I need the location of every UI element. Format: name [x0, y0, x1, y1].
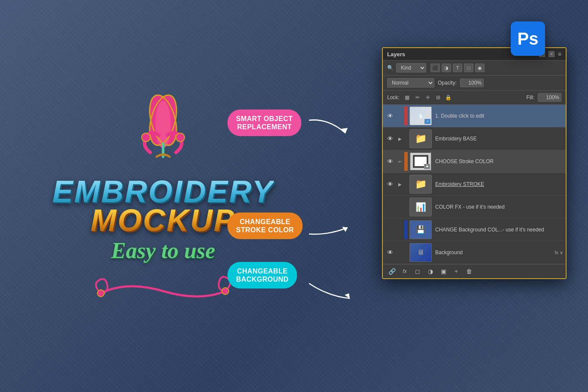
layer-visibility-embroidery-stroke[interactable]: 👁 [385, 181, 395, 188]
layer-name-bg-change: CHANGE Background COL...- use if it's ne… [435, 227, 563, 233]
artwork-area: EMBROIDERY MOCKUP Easy to use [0, 0, 326, 392]
lock-row: Lock: ▦ ✏ ✛ ⊞ 🔒 Fill: [383, 91, 566, 105]
kind-filter-icons: ⬛ ◑ T □ ◉ [430, 64, 485, 72]
layers-panel: Layers — ✕ ≡ 🔍 Kind ⬛ ◑ T □ ◉ Normal Opa… [382, 47, 567, 279]
svg-point-2 [155, 101, 171, 148]
panel-bottom-toolbar: 🔗 fx ◻ ◑ ▣ ＋ 🗑 [383, 264, 566, 278]
layer-item-stroke-color[interactable]: 👁 ↩ 💾 CHOOSE Stroke COLOR [383, 150, 566, 173]
svg-point-6 [176, 133, 185, 142]
lock-pixels-btn[interactable]: ▦ [403, 94, 412, 101]
eye-icon: 👁 [387, 112, 393, 119]
svg-point-8 [97, 290, 104, 297]
lock-draw-btn[interactable]: ✏ [413, 94, 422, 101]
emblem-flower [124, 86, 202, 172]
layer-visibility-color-fx[interactable]: 👁 [385, 204, 395, 210]
kind-pixel-icon[interactable]: ⬛ [430, 64, 440, 72]
layer-color-background [404, 243, 408, 262]
eye-icon: 👁 [387, 135, 393, 142]
layer-color-fx [404, 198, 408, 216]
layer-thumb-embroidery: 📁 [409, 175, 432, 194]
add-style-btn[interactable]: fx [400, 267, 409, 276]
layer-name-color-fx: COLOR FX - use if it's needed [435, 204, 563, 210]
layer-color-bg-change [404, 220, 408, 239]
eye-icon: 👁 [387, 181, 393, 188]
fill-input[interactable] [538, 93, 561, 102]
layer-item-smart[interactable]: 👁 📄 ↗ 1. Double click to edit [383, 105, 566, 128]
eye-icon-hidden: 👁 [387, 204, 393, 210]
layer-fx-background: fx ∨ [555, 250, 563, 255]
link-layers-btn[interactable]: 🔗 [387, 267, 397, 276]
layer-thumb-fx: 📊 [409, 198, 432, 216]
layer-color-stroke [404, 152, 408, 171]
layer-item-base[interactable]: 👁 ▶ 📁 Embroidery BASE [383, 128, 566, 150]
callout-smart-object: SMART OBJECT REPLACEMENT [227, 109, 301, 136]
lock-label: Lock: [387, 94, 400, 100]
blend-mode-select[interactable]: Normal [387, 78, 434, 88]
opacity-label: Opacity: [438, 80, 457, 86]
kind-shape-icon[interactable]: □ [464, 64, 473, 72]
swirl-decoration [88, 272, 238, 306]
layer-name-smart: 1. Double click to edit [435, 113, 563, 119]
kind-adjustment-icon[interactable]: ◑ [442, 64, 451, 72]
layer-thumb-base: 📁 [409, 129, 432, 148]
new-layer-btn[interactable]: ＋ [452, 267, 461, 276]
layer-item-background[interactable]: 👁 🖥 Background fx ∨ [383, 241, 566, 264]
layer-name-embroidery-stroke: Embroidery STROKE [435, 181, 563, 187]
kind-type-icon[interactable]: T [453, 64, 462, 72]
layer-item-color-fx[interactable]: 👁 📊 COLOR FX - use if it's needed [383, 196, 566, 219]
fill-label: Fill: [526, 94, 534, 100]
search-icon: 🔍 [387, 65, 394, 71]
layer-item-embroidery-stroke[interactable]: 👁 ▶ 📁 Embroidery STROKE [383, 173, 566, 196]
add-mask-btn[interactable]: ◻ [413, 267, 422, 276]
layer-visibility-smart[interactable]: 👁 [385, 112, 395, 119]
panel-close-btn[interactable]: ✕ [549, 51, 555, 57]
bottom-icons: 🔗 fx ◻ ◑ ▣ ＋ 🗑 [387, 267, 474, 276]
layer-color-smart [404, 106, 408, 125]
lock-all-btn[interactable]: 🔒 [444, 94, 453, 101]
layer-thumb-bg-change: 💾 [409, 220, 432, 239]
lock-icons: ▦ ✏ ✛ ⊞ 🔒 [403, 94, 453, 101]
eye-icon-hidden2: 👁 [387, 226, 393, 233]
kind-row: 🔍 Kind ⬛ ◑ T □ ◉ [383, 61, 566, 76]
ps-app-icon: Ps [511, 21, 545, 56]
blend-mode-row: Normal Opacity: [383, 76, 566, 91]
svg-point-5 [142, 133, 150, 142]
layer-expand-base[interactable]: ▶ [397, 137, 403, 141]
group-layers-btn[interactable]: ▣ [439, 267, 448, 276]
layers-list: 👁 📄 ↗ 1. Double click to edit 👁 ▶ 📁 Embr [383, 105, 566, 264]
delete-layer-btn[interactable]: 🗑 [464, 267, 474, 276]
layer-visibility-base[interactable]: 👁 [385, 135, 395, 142]
layer-color-embroidery [404, 175, 408, 194]
layer-name-stroke-color: CHOOSE Stroke COLOR [435, 158, 563, 164]
callout-stroke-color: CHANGEABLESTROKE COLOR [227, 213, 303, 239]
callout-background: CHANGEABLEBACKGROUND [227, 262, 297, 289]
layer-item-bg-change[interactable]: 👁 💾 CHANGE Background COL...- use if it'… [383, 219, 566, 241]
lock-artboard-btn[interactable]: ⊞ [434, 94, 443, 101]
opacity-input[interactable] [460, 79, 484, 87]
layer-name-base: Embroidery BASE [435, 136, 563, 142]
layer-expand-stroke: ↩ [397, 159, 403, 164]
layer-thumb-background: 🖥 [409, 243, 432, 262]
lock-move-btn[interactable]: ✛ [424, 94, 432, 101]
panel-menu-icon[interactable]: ≡ [558, 51, 561, 58]
layer-name-background: Background [435, 249, 553, 255]
layer-expand-embroidery[interactable]: ▶ [397, 182, 403, 187]
panel-title: Layers [387, 51, 405, 58]
layer-color-base [404, 129, 408, 148]
layer-visibility-bg-change[interactable]: 👁 [385, 226, 395, 233]
layer-visibility-stroke-color[interactable]: 👁 [385, 158, 395, 165]
eye-icon: 👁 [387, 158, 393, 165]
fill-adjustment-btn[interactable]: ◑ [426, 267, 435, 276]
eye-icon: 👁 [387, 249, 393, 256]
kind-select[interactable]: Kind [396, 63, 426, 73]
layer-visibility-background[interactable]: 👁 [385, 249, 395, 256]
kind-smart-icon[interactable]: ◉ [475, 64, 485, 72]
layer-thumb-smart: 📄 ↗ [409, 106, 432, 125]
layer-thumb-stroke: 💾 [409, 152, 432, 171]
svg-point-9 [222, 288, 229, 295]
